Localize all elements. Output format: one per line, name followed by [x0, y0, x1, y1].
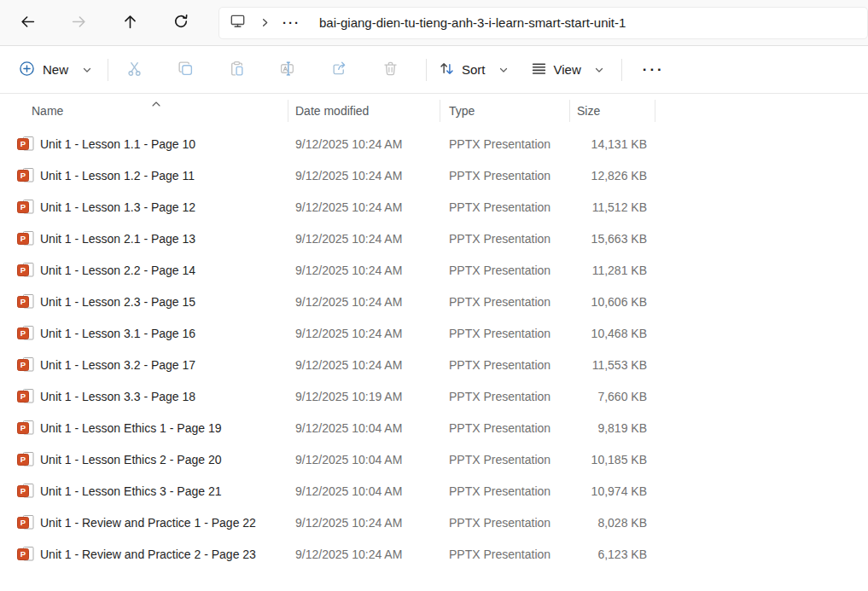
back-button[interactable] [2, 6, 53, 40]
column-header-size[interactable]: Size [570, 98, 655, 124]
view-button[interactable]: View [531, 61, 604, 79]
command-toolbar: New [0, 46, 868, 94]
file-size: 10,468 KB [570, 327, 655, 340]
paste-button[interactable] [211, 53, 262, 87]
file-row[interactable]: P Unit 1 - Lesson Ethics 3 - Page 21 9/1… [0, 475, 868, 507]
file-name: Unit 1 - Lesson Ethics 2 - Page 20 [40, 453, 221, 466]
file-name-cell: P Unit 1 - Lesson Ethics 1 - Page 19 [0, 420, 288, 435]
file-name: Unit 1 - Lesson 3.3 - Page 18 [40, 390, 195, 403]
powerpoint-file-icon: P [17, 452, 34, 466]
rename-button[interactable] [262, 53, 313, 87]
file-row[interactable]: P Unit 1 - Lesson 1.1 - Page 10 9/12/202… [0, 128, 868, 159]
svg-text:P: P [20, 549, 26, 559]
file-row[interactable]: P Unit 1 - Lesson 3.1 - Page 16 9/12/202… [0, 317, 868, 349]
delete-button[interactable] [364, 53, 416, 87]
file-row[interactable]: P Unit 1 - Lesson Ethics 1 - Page 19 9/1… [0, 412, 868, 443]
current-folder-path: bai-giang-dien-tu-tieng-anh-3-i-learn-sm… [319, 15, 626, 30]
new-button[interactable]: New [19, 61, 92, 79]
file-date-modified: 9/12/2025 10:04 AM [288, 484, 440, 498]
column-header-size-label: Size [577, 104, 600, 118]
file-row[interactable]: P Unit 1 - Lesson 2.1 - Page 13 9/12/202… [0, 223, 868, 254]
sort-button-label: Sort [462, 62, 486, 77]
file-type: PPTX Presentation [440, 390, 570, 403]
file-name: Unit 1 - Review and Practice 2 - Page 23 [40, 548, 256, 561]
share-button[interactable] [313, 53, 364, 87]
toolbar-divider [621, 59, 622, 81]
up-button[interactable] [104, 6, 155, 40]
file-size: 10,974 KB [570, 484, 655, 498]
column-header-type[interactable]: Type [440, 98, 570, 124]
see-more-button[interactable]: ··· [643, 61, 665, 78]
file-date-modified: 9/12/2025 10:04 AM [288, 453, 440, 466]
file-size: 12,826 KB [570, 169, 655, 183]
svg-text:P: P [20, 139, 26, 148]
powerpoint-file-icon: P [17, 484, 34, 498]
powerpoint-file-icon: P [17, 326, 34, 340]
svg-text:P: P [20, 234, 26, 243]
file-name: Unit 1 - Review and Practice 1 - Page 22 [40, 516, 256, 530]
file-date-modified: 9/12/2025 10:24 AM [288, 169, 440, 183]
column-header-type-label: Type [449, 104, 475, 118]
svg-text:P: P [20, 518, 26, 527]
file-name: Unit 1 - Lesson 2.2 - Page 14 [40, 264, 195, 277]
scissors-cut-icon [126, 61, 143, 79]
column-header-date-modified[interactable]: Date modified [288, 98, 440, 124]
file-row[interactable]: P Unit 1 - Lesson 3.2 - Page 17 9/12/202… [0, 349, 868, 380]
file-row[interactable]: P Unit 1 - Review and Practice 2 - Page … [0, 538, 868, 570]
up-arrow-icon [123, 14, 137, 32]
column-header-name[interactable]: Name [0, 98, 288, 124]
new-button-label: New [43, 62, 68, 77]
file-row[interactable]: P Unit 1 - Lesson 1.2 - Page 11 9/12/202… [0, 159, 868, 191]
forward-button[interactable] [53, 6, 104, 40]
file-row[interactable]: P Unit 1 - Lesson Ethics 2 - Page 20 9/1… [0, 443, 868, 475]
plus-circle-icon [19, 61, 35, 79]
chevron-down-icon [594, 65, 604, 75]
file-date-modified: 9/12/2025 10:24 AM [288, 264, 440, 277]
file-type: PPTX Presentation [440, 453, 570, 466]
file-type: PPTX Presentation [440, 169, 570, 183]
file-row[interactable]: P Unit 1 - Lesson 3.3 - Page 18 9/12/202… [0, 380, 868, 412]
breadcrumb-overflow-button[interactable]: ··· [283, 15, 300, 30]
file-date-modified: 9/12/2025 10:24 AM [288, 200, 440, 214]
cut-button[interactable] [108, 53, 160, 87]
breadcrumb-chevron-icon [259, 17, 271, 28]
powerpoint-file-icon: P [17, 294, 34, 309]
trash-delete-icon [382, 61, 399, 79]
svg-text:P: P [20, 171, 26, 180]
address-bar[interactable]: ··· bai-giang-dien-tu-tieng-anh-3-i-lear… [218, 7, 868, 39]
powerpoint-file-icon: P [17, 200, 34, 214]
file-row[interactable]: P Unit 1 - Lesson 1.3 - Page 12 9/12/202… [0, 191, 868, 223]
file-name-cell: P Unit 1 - Lesson Ethics 2 - Page 20 [0, 452, 288, 466]
file-size: 11,512 KB [570, 200, 655, 214]
toolbar-divider [426, 59, 427, 81]
file-row[interactable]: P Unit 1 - Review and Practice 1 - Page … [0, 507, 868, 538]
column-headers: Name Date modified Type Size [0, 94, 868, 128]
file-size: 8,028 KB [570, 516, 655, 530]
file-name: Unit 1 - Lesson Ethics 3 - Page 21 [40, 484, 221, 498]
refresh-button[interactable] [155, 6, 207, 40]
copy-button[interactable] [160, 53, 211, 87]
powerpoint-file-icon: P [17, 136, 34, 151]
back-arrow-icon [20, 14, 35, 32]
powerpoint-file-icon: P [17, 389, 34, 403]
file-list: P Unit 1 - Lesson 1.1 - Page 10 9/12/202… [0, 128, 868, 570]
this-pc-monitor-icon [230, 13, 246, 32]
svg-text:P: P [20, 265, 26, 275]
sort-button[interactable]: Sort [439, 61, 509, 79]
file-name: Unit 1 - Lesson 1.1 - Page 10 [40, 137, 195, 151]
file-row[interactable]: P Unit 1 - Lesson 2.3 - Page 15 9/12/202… [0, 286, 868, 317]
file-date-modified: 9/12/2025 10:24 AM [288, 295, 440, 309]
file-name: Unit 1 - Lesson 3.2 - Page 17 [40, 358, 195, 372]
file-row[interactable]: P Unit 1 - Lesson 2.2 - Page 14 9/12/202… [0, 254, 868, 286]
file-size: 11,281 KB [570, 264, 655, 277]
share-icon [331, 61, 347, 79]
file-name: Unit 1 - Lesson 2.1 - Page 13 [40, 232, 195, 246]
file-type: PPTX Presentation [440, 137, 570, 151]
file-type: PPTX Presentation [440, 295, 570, 309]
file-type: PPTX Presentation [440, 421, 570, 435]
svg-text:P: P [20, 423, 26, 432]
file-name-cell: P Unit 1 - Lesson 1.2 - Page 11 [0, 168, 288, 183]
file-name: Unit 1 - Lesson Ethics 1 - Page 19 [40, 421, 221, 435]
file-date-modified: 9/12/2025 10:24 AM [288, 327, 440, 340]
file-name-cell: P Unit 1 - Lesson Ethics 3 - Page 21 [0, 484, 288, 498]
